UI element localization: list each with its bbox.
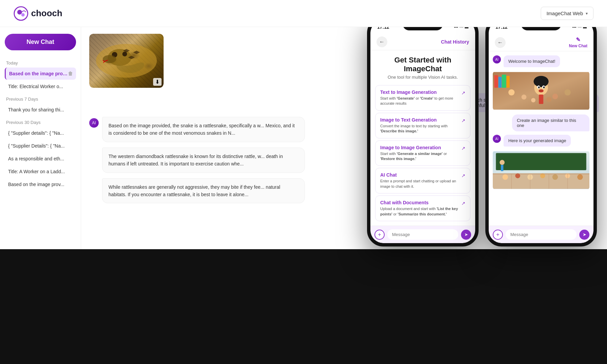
phone-screen-2: 17:12 ▪▪▪ ◦◦◦ ▬ ← ✎ New Chat — [489, 20, 593, 243]
phone2-ai-response-row: AI Here is your generated image — [493, 135, 589, 147]
svg-point-1 — [17, 10, 22, 15]
new-chat-link[interactable]: ✎ New Chat — [569, 36, 587, 48]
sidebar-item-chat8[interactable]: Based on the image prov... — [5, 178, 76, 190]
svg-point-6 — [122, 52, 127, 56]
sidebar-item-chat3[interactable]: Thank you for sharing thi... — [5, 104, 76, 116]
logo: chooch — [14, 6, 62, 21]
svg-point-43 — [503, 174, 508, 180]
feature-desc-3: Start with 'Generate a similar image' or… — [380, 151, 459, 162]
sidebar-item-chat2[interactable]: Title: Electrical Worker o... — [5, 80, 76, 93]
feature-cards-container: Text to Image Generation Start with 'Gen… — [370, 83, 475, 223]
chat-history-link[interactable]: Chat History — [441, 39, 469, 45]
sidebar-item-chat5[interactable]: { "Supplier Details": { "Na... — [5, 140, 76, 152]
phone1-attach-button[interactable]: + — [374, 230, 385, 240]
chat-item-label: As a responsible and eth... — [8, 156, 73, 161]
svg-point-26 — [543, 86, 545, 88]
phone2-user-message-row: Create an image similar to this one — [493, 114, 589, 131]
phone1-main-title: Get Started with ImageChat — [377, 56, 469, 73]
svg-point-7 — [103, 55, 116, 63]
back-button-1[interactable]: ← — [377, 36, 387, 47]
ai-response-2: The western diamondback rattlesnake is k… — [102, 148, 305, 173]
phone2-header: ← ✎ New Chat — [489, 34, 593, 51]
prev30-section-label: Previous 30 Days — [6, 120, 76, 125]
phone2-ai-avatar-2: AI — [493, 135, 501, 143]
feature-title-3: Image to Image Generation — [380, 145, 459, 150]
svg-point-49 — [577, 174, 583, 180]
sidebar-item-chat4[interactable]: { "Supplier details": { "Na... — [5, 127, 76, 139]
svg-point-31 — [564, 89, 570, 95]
feature-desc-4: Enter a prompt and start chatting or upl… — [380, 179, 459, 189]
phone2-welcome-row: AI Welcome to ImageChat! — [493, 55, 589, 67]
trash-icon[interactable]: 🗑 — [68, 71, 73, 76]
feature-card-ai-chat[interactable]: AI Chat Enter a prompt and start chattin… — [375, 168, 470, 193]
phone1-header: ← Chat History — [370, 34, 475, 50]
phone2-chat-content: AI Welcome to ImageChat! — [489, 51, 593, 226]
feature-card-chat-docs[interactable]: Chat with Documents Upload a document an… — [375, 196, 470, 221]
feature-title-5: Chat with Documents — [380, 200, 459, 205]
feature-desc-2: Convert the image to text by starting wi… — [380, 124, 459, 134]
cartoon-image-1-svg — [493, 71, 589, 111]
arrow-icon-3: ↗ — [461, 146, 465, 151]
arrow-icon-4: ↗ — [461, 173, 465, 178]
snake-image: ⬇ — [89, 34, 164, 88]
bottom-decoration — [0, 249, 607, 364]
svg-rect-41 — [501, 165, 503, 171]
chat-item-label: { "Supplier Details": { "Na... — [8, 143, 73, 149]
feature-desc-1: Start with 'Generate' or 'Create' to get… — [380, 96, 459, 106]
arrow-icon-1: ↗ — [461, 90, 465, 96]
phone2-ai-avatar: AI — [493, 55, 501, 63]
download-icon[interactable]: ⬇ — [153, 78, 162, 86]
chevron-down-icon: ▾ — [586, 11, 588, 16]
svg-rect-39 — [497, 155, 585, 169]
chat-item-label: { "Supplier details": { "Na... — [8, 130, 73, 136]
phone1-send-button[interactable]: ➤ — [461, 230, 471, 240]
phone1-input-bar: + ➤ — [370, 226, 475, 243]
feature-card-text-to-image[interactable]: Text to Image Generation Start with 'Gen… — [375, 85, 470, 111]
feature-card-image-to-text[interactable]: Image to Text Generation Convert the ima… — [375, 113, 470, 138]
back-button-2[interactable]: ← — [495, 37, 506, 48]
cartoon-image-2-svg — [493, 150, 589, 190]
prev7-section-label: Previous 7 Days — [6, 97, 76, 102]
arrow-icon-2: ↗ — [461, 118, 465, 123]
arrow-icon-5: ↗ — [461, 201, 465, 206]
ai-response-3: While rattlesnakes are generally not agg… — [102, 178, 305, 204]
svg-rect-14 — [494, 75, 498, 88]
new-chat-button[interactable]: New Chat — [5, 34, 76, 50]
svg-point-35 — [547, 97, 552, 102]
feature-card-image-to-image[interactable]: Image to Image Generation Start with 'Ge… — [375, 140, 470, 166]
phone-screen-1: 17:12 ▪▪▪ ◦◦◦ ▬ ← Chat History Get Start… — [370, 20, 475, 243]
phone2-attach-button[interactable]: + — [493, 230, 503, 240]
today-section-label: Today — [6, 60, 76, 66]
svg-point-34 — [531, 98, 535, 102]
phone1-title-section: Get Started with ImageChat One tool for … — [370, 50, 475, 83]
uploaded-image-container: ⬇ — [89, 34, 164, 88]
dropdown-label: ImageChat Web — [547, 10, 583, 16]
svg-point-25 — [538, 86, 540, 88]
phone1-message-input[interactable] — [387, 229, 458, 240]
feature-title-4: AI Chat — [380, 172, 459, 178]
phone2-ai-response: Here is your generated image — [504, 135, 571, 147]
feature-title-1: Text to Image Generation — [380, 89, 459, 95]
svg-point-22 — [538, 77, 544, 83]
phone2-send-button[interactable]: ➤ — [579, 230, 589, 240]
sidebar-item-chat6[interactable]: As a responsible and eth... — [5, 153, 76, 165]
ai-response-1: Based on the image provided, the snake i… — [102, 117, 305, 142]
ai-avatar: AI — [89, 118, 99, 128]
sidebar-item-active-chat[interactable]: Based on the image prov... 🗑 — [5, 68, 76, 80]
sidebar-item-chat7[interactable]: Title: A Worker on a Ladd... — [5, 165, 76, 178]
chat-item-label: Based on the image prov... — [8, 182, 73, 187]
svg-rect-16 — [502, 75, 506, 88]
phone2-input-bar: + ➤ — [489, 226, 593, 243]
svg-point-30 — [508, 89, 514, 95]
phone2-message-input[interactable] — [506, 229, 577, 240]
svg-point-40 — [500, 160, 505, 165]
chat-item-label: Title: Electrical Worker o... — [8, 84, 73, 89]
logo-icon — [14, 6, 28, 21]
phones-area: 17:12 ▪▪▪ ◦◦◦ ▬ ← Chat History Get Start… — [367, 17, 597, 246]
svg-point-27 — [539, 89, 544, 92]
app-dropdown[interactable]: ImageChat Web ▾ — [541, 7, 593, 20]
logo-text: chooch — [31, 8, 62, 19]
phone2-user-bubble: Create an image similar to this one — [512, 114, 589, 131]
svg-point-47 — [552, 174, 558, 180]
svg-point-33 — [552, 94, 558, 99]
